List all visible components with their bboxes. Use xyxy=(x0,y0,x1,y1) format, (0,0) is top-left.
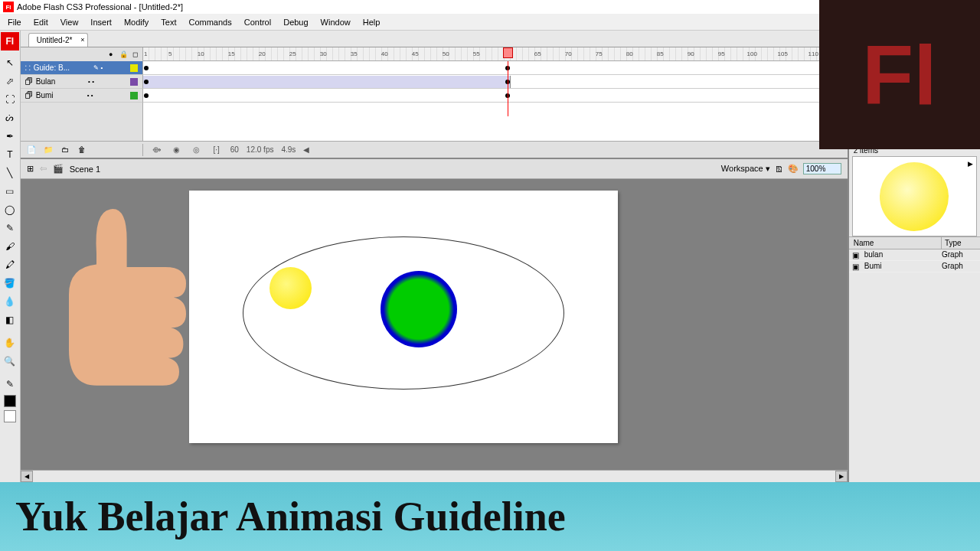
layer-icon: 🗍 xyxy=(25,77,33,86)
video-title-banner: Yuk Belajar Animasi Guideline xyxy=(0,482,980,551)
selection-tool[interactable]: ↖ xyxy=(1,54,19,71)
horizontal-scrollbar[interactable]: ◀ ▶ xyxy=(21,470,848,482)
menu-debug[interactable]: Debug xyxy=(277,16,314,28)
subselection-tool[interactable]: ⬀ xyxy=(1,73,19,90)
fill-color[interactable] xyxy=(4,410,16,422)
layer-row[interactable]: ⸬Guide: B...✎ • xyxy=(21,61,848,75)
library-column-name[interactable]: Name xyxy=(849,237,942,249)
window-title: Adobe Flash CS3 Professional - [Untitled… xyxy=(17,2,183,11)
menu-control[interactable]: Control xyxy=(238,16,277,28)
layer-color-swatch[interactable] xyxy=(130,78,138,86)
stroke-color[interactable] xyxy=(4,395,16,407)
rewind-icon[interactable]: ◀ xyxy=(303,145,309,154)
scene-icon: 🎬 xyxy=(53,164,64,174)
frames-track[interactable] xyxy=(143,61,848,75)
guide-icon: ⸬ xyxy=(25,64,31,73)
layer-name-cell[interactable]: ⸬Guide: B...✎ • xyxy=(21,61,143,75)
menu-file[interactable]: File xyxy=(2,16,28,28)
menu-edit[interactable]: Edit xyxy=(28,16,54,28)
layer-header: ● 🔒 ◻ xyxy=(21,47,143,61)
free-transform-tool[interactable]: ⛶ xyxy=(1,91,19,108)
frame-ruler[interactable]: 1510152025303540455055606570758085909510… xyxy=(143,47,848,61)
menu-help[interactable]: Help xyxy=(357,16,387,28)
menu-window[interactable]: Window xyxy=(315,16,357,28)
frames-track[interactable] xyxy=(143,75,848,89)
brush-tool[interactable]: 🖌 xyxy=(1,238,19,255)
pen-tool[interactable]: ✒ xyxy=(1,128,19,145)
layer-toggles[interactable]: ✎ • xyxy=(93,64,103,71)
earth-symbol[interactable] xyxy=(381,271,457,347)
scroll-right-button[interactable]: ▶ xyxy=(835,471,848,482)
layer-row[interactable]: 🗍Bumi• • xyxy=(21,89,848,103)
graphic-icon: ▣ xyxy=(851,262,861,271)
paint-bucket-tool[interactable]: 🪣 xyxy=(1,275,19,292)
layer-row[interactable]: 🗍Bulan• • xyxy=(21,75,848,89)
stage-container[interactable]: ◀ ▶ xyxy=(21,179,848,482)
edit-multi-icon[interactable]: [·] xyxy=(211,144,223,156)
moon-symbol[interactable] xyxy=(270,267,312,309)
scene-bar: ⊞ ⇦ 🎬 Scene 1 Workspace ▾ 🖻 🎨 xyxy=(21,159,848,179)
scene-name[interactable]: Scene 1 xyxy=(70,165,100,174)
layer-color-swatch[interactable] xyxy=(130,64,138,72)
eye-icon[interactable]: ● xyxy=(107,51,115,58)
new-folder-button[interactable]: 🗀 xyxy=(59,144,71,156)
layer-toggles[interactable]: • • xyxy=(87,92,93,99)
pencil-tool[interactable]: ✎ xyxy=(1,220,19,236)
onion-outline-icon[interactable]: ◎ xyxy=(191,144,203,156)
ink-bottle-tool[interactable]: 🖍 xyxy=(1,256,19,273)
rectangle-tool[interactable]: ▭ xyxy=(1,183,19,200)
library-panel: Library × ≡ Untitled-2 📌 🗔 2 items ▶ Nam… xyxy=(849,109,980,482)
menu-text[interactable]: Text xyxy=(155,16,182,28)
eyedropper-tool[interactable]: 💧 xyxy=(1,293,19,310)
new-guide-button[interactable]: 📁 xyxy=(42,144,54,156)
new-layer-button[interactable]: 📄 xyxy=(25,144,38,156)
flash-logo-large: Fl xyxy=(819,0,980,149)
stage[interactable] xyxy=(189,191,618,443)
play-icon[interactable]: ▶ xyxy=(968,160,973,168)
delete-layer-button[interactable]: 🗑 xyxy=(76,144,88,156)
library-item[interactable]: ▣ Bumi Graph xyxy=(849,261,980,272)
onion-skin-icon[interactable]: ◉ xyxy=(171,144,183,156)
zoom-input[interactable] xyxy=(803,163,841,174)
outline-icon[interactable]: ◻ xyxy=(132,51,139,58)
layer-name: Bumi xyxy=(36,91,54,99)
library-column-type[interactable]: Type xyxy=(942,237,980,249)
current-frame: 60 xyxy=(230,145,239,154)
lasso-tool[interactable]: ᔖ xyxy=(1,109,19,126)
menu-modify[interactable]: Modify xyxy=(118,16,155,28)
layer-color-swatch[interactable] xyxy=(130,92,138,99)
document-tab[interactable]: Untitled-2* × xyxy=(28,33,89,47)
lock-icon[interactable]: 🔒 xyxy=(119,51,127,58)
toolbox: Fl ↖ ⬀ ⛶ ᔖ ✒ T ╲ ▭ ◯ ✎ 🖌 🖍 🪣 💧 ◧ ✋ 🔍 ✎ xyxy=(0,31,21,482)
preview-symbol xyxy=(880,162,949,231)
thumbs-up-icon xyxy=(55,194,193,409)
edit-scene-icon[interactable]: ⊞ xyxy=(27,164,34,174)
stroke-color-icon[interactable]: ✎ xyxy=(1,376,19,393)
close-icon[interactable]: × xyxy=(80,36,84,44)
menu-view[interactable]: View xyxy=(54,16,85,28)
zoom-tool[interactable]: 🔍 xyxy=(1,353,19,370)
back-icon[interactable]: ⇦ xyxy=(40,164,47,174)
frames-track[interactable] xyxy=(143,89,848,103)
layer-toggles[interactable]: • • xyxy=(88,78,94,85)
edit-scene-icon-2[interactable]: 🖻 xyxy=(775,165,783,174)
layer-name: Bulan xyxy=(36,77,56,86)
layer-name-cell[interactable]: 🗍Bumi• • xyxy=(21,89,143,103)
document-tabs: Untitled-2* × xyxy=(21,31,848,47)
hand-tool[interactable]: ✋ xyxy=(1,334,19,351)
time-display: 4.9s xyxy=(281,145,296,154)
text-tool[interactable]: T xyxy=(1,146,19,163)
scroll-left-button[interactable]: ◀ xyxy=(21,471,33,482)
menu-insert[interactable]: Insert xyxy=(84,16,118,28)
layer-name-cell[interactable]: 🗍Bulan• • xyxy=(21,75,143,89)
eraser-tool[interactable]: ◧ xyxy=(1,311,19,328)
workspace-dropdown[interactable]: Workspace ▾ xyxy=(721,164,770,174)
line-tool[interactable]: ╲ xyxy=(1,165,19,181)
library-item[interactable]: ▣ bulan Graph xyxy=(849,249,980,261)
menu-commands[interactable]: Commands xyxy=(182,16,237,28)
layer-buttons: 📄 📁 🗀 🗑 xyxy=(21,144,143,156)
oval-tool[interactable]: ◯ xyxy=(1,201,19,218)
flash-logo-small: Fl xyxy=(1,32,19,51)
edit-symbol-icon[interactable]: 🎨 xyxy=(788,164,799,174)
center-frame-icon[interactable]: ⟴ xyxy=(151,144,163,156)
